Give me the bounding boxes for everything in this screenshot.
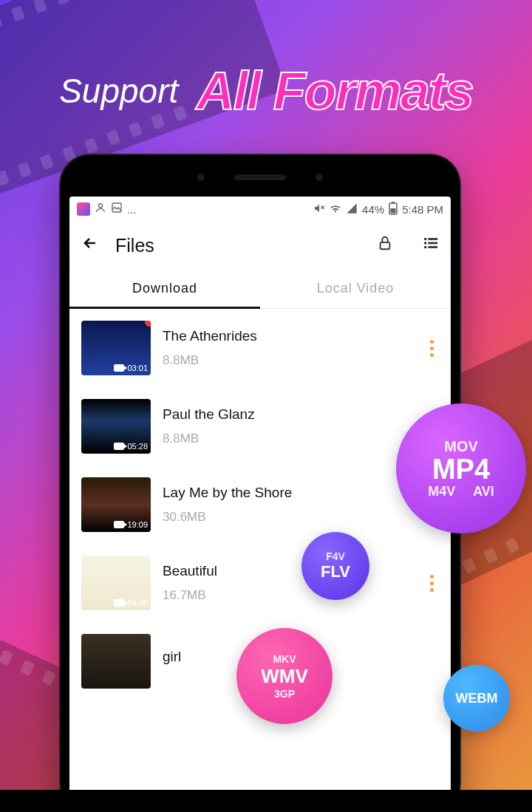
battery-icon xyxy=(389,202,398,217)
video-duration: 03:01 xyxy=(127,364,148,372)
camera-icon xyxy=(114,599,124,607)
video-title: The Athenrides xyxy=(163,328,412,344)
marketing-main: All Formats xyxy=(197,61,473,120)
video-duration: 05:28 xyxy=(127,442,148,451)
format-bubble-webm: WEBM xyxy=(443,665,510,731)
video-thumbnail[interactable]: 04:48 xyxy=(81,556,151,610)
svg-point-12 xyxy=(424,246,427,249)
format-bubble-wmv: MKV WMV 3GP xyxy=(236,628,332,724)
more-options-button[interactable] xyxy=(424,340,439,357)
status-bar: ... 44% 5:48 PM xyxy=(69,197,451,222)
svg-rect-13 xyxy=(428,246,437,248)
person-icon xyxy=(95,202,106,216)
app-header: Files xyxy=(69,222,451,269)
svg-rect-6 xyxy=(391,208,396,214)
lock-icon[interactable] xyxy=(377,235,393,256)
list-view-icon[interactable] xyxy=(423,235,439,256)
svg-rect-7 xyxy=(381,242,390,249)
video-item[interactable]: 05:28 Paul the Glanz 8.8MB xyxy=(69,387,451,465)
video-title: Paul the Glanz xyxy=(163,406,412,423)
svg-rect-11 xyxy=(428,242,437,245)
new-badge xyxy=(145,321,151,327)
video-size: 8.8MB xyxy=(163,353,412,368)
camera-icon xyxy=(114,364,124,372)
mute-icon xyxy=(313,202,325,216)
video-thumbnail[interactable]: 05:28 xyxy=(81,399,151,454)
video-duration: 04:48 xyxy=(127,598,148,607)
image-icon xyxy=(111,202,123,216)
app-icon xyxy=(77,202,90,216)
video-duration: 19:09 xyxy=(127,520,148,529)
more-notifications: ... xyxy=(127,203,137,216)
video-item[interactable]: 04:48 Beautiful 16.7MB xyxy=(69,544,451,622)
format-bubble-mp4: MOV MP4 M4VAVI xyxy=(396,403,526,533)
phone-screen: ... 44% 5:48 PM xyxy=(69,197,451,812)
svg-rect-5 xyxy=(392,202,395,203)
video-thumbnail[interactable]: 19:09 xyxy=(81,477,151,532)
video-size: 30.6MB xyxy=(163,510,412,525)
video-size: 8.8MB xyxy=(163,431,412,446)
wifi-icon xyxy=(330,202,341,216)
svg-point-8 xyxy=(424,238,427,241)
video-list[interactable]: 03:01 The Athenrides 8.8MB 05:28 Paul th… xyxy=(69,309,451,812)
camera-icon xyxy=(114,443,124,450)
camera-icon xyxy=(114,521,124,528)
marketing-prefix: Support xyxy=(59,72,178,110)
bottom-black-bar xyxy=(0,790,532,812)
signal-icon xyxy=(346,202,358,216)
tabs: Download Local Video xyxy=(69,269,451,309)
video-size: 16.7MB xyxy=(163,588,412,603)
more-options-button[interactable] xyxy=(424,575,439,592)
video-thumbnail[interactable]: 03:01 xyxy=(81,321,151,375)
back-button[interactable] xyxy=(81,234,99,257)
video-thumbnail[interactable] xyxy=(81,634,151,689)
page-title: Files xyxy=(115,235,347,256)
format-bubble-flv: F4V FLV xyxy=(301,532,369,600)
tab-local-video[interactable]: Local Video xyxy=(260,269,451,308)
clock-time: 5:48 PM xyxy=(402,203,443,216)
battery-percent: 44% xyxy=(362,203,384,216)
video-title: Beautiful xyxy=(163,563,412,579)
tab-download[interactable]: Download xyxy=(69,269,260,308)
video-title: Lay Me by the Shore xyxy=(163,485,412,501)
svg-point-0 xyxy=(98,204,102,208)
svg-point-10 xyxy=(424,242,427,245)
marketing-headline: Support All Formats xyxy=(0,61,532,121)
video-item[interactable]: 03:01 The Athenrides 8.8MB xyxy=(69,309,451,387)
svg-rect-9 xyxy=(428,238,437,240)
video-item[interactable]: 19:09 Lay Me by the Shore 30.6MB xyxy=(69,465,451,544)
